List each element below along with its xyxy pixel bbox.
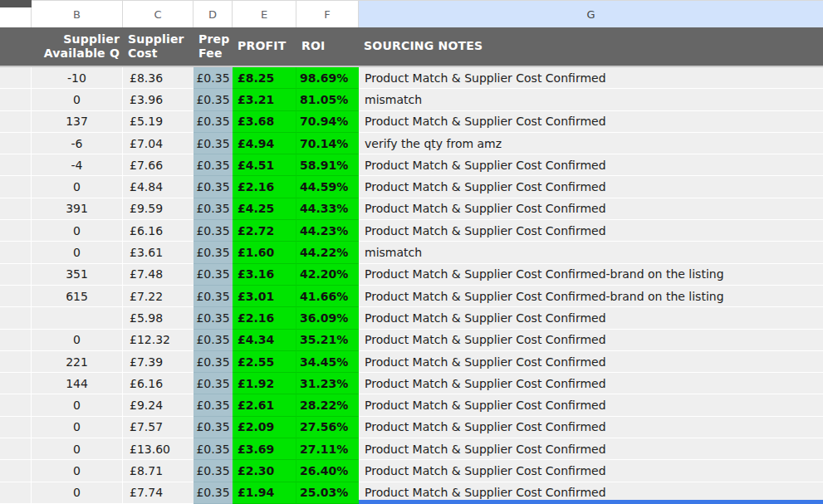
cell-profit[interactable]: £3.21 <box>233 89 296 110</box>
cell-prep-fee[interactable]: £0.35 <box>194 220 233 242</box>
cell-roi[interactable]: 35.21% <box>296 330 359 351</box>
header-cell-sourcing-notes[interactable]: SOURCING NOTES <box>359 27 823 66</box>
cell-roi[interactable]: 44.33% <box>296 198 359 220</box>
cell-prep-fee[interactable]: £0.35 <box>194 111 233 133</box>
cell-supplier-cost[interactable]: £8.71 <box>123 460 194 482</box>
cell-empty[interactable] <box>0 176 32 198</box>
cell-roi[interactable]: 36.09% <box>296 307 359 329</box>
cell-sourcing-note[interactable]: verify the qty from amz <box>359 133 823 154</box>
cell-supplier-available-q[interactable]: 0 <box>32 176 123 198</box>
cell-supplier-cost[interactable]: £8.36 <box>123 67 194 89</box>
cell-supplier-available-q[interactable]: 615 <box>32 286 123 307</box>
cell-empty[interactable] <box>0 307 32 329</box>
cell-supplier-available-q[interactable]: 144 <box>32 373 123 394</box>
cell-empty[interactable] <box>0 351 32 373</box>
cell-roi[interactable]: 42.20% <box>296 264 359 286</box>
column-header-f[interactable]: F <box>296 1 359 27</box>
cell-empty[interactable] <box>0 460 32 482</box>
cell-roi[interactable]: 70.14% <box>296 133 359 154</box>
cell-supplier-cost[interactable]: £7.48 <box>123 264 194 286</box>
cell-profit[interactable]: £2.72 <box>233 220 296 242</box>
cell-profit[interactable]: £2.16 <box>233 307 296 329</box>
cell-supplier-cost[interactable]: £7.39 <box>123 351 194 373</box>
cell-sourcing-note[interactable]: Product Match & Supplier Cost Confirmed <box>359 220 823 242</box>
cell-empty[interactable] <box>0 89 32 110</box>
cell-empty[interactable] <box>0 220 32 242</box>
cell-supplier-cost[interactable]: £5.19 <box>123 111 194 133</box>
cell-supplier-available-q[interactable]: 0 <box>32 417 123 438</box>
cell-supplier-available-q[interactable]: 0 <box>32 438 123 460</box>
cell-sourcing-note[interactable]: Product Match & Supplier Cost Confirmed <box>359 176 823 198</box>
cell-supplier-cost[interactable]: £6.16 <box>123 373 194 394</box>
cell-empty[interactable] <box>0 242 32 263</box>
header-cell-empty[interactable] <box>0 27 32 66</box>
cell-profit[interactable]: £4.25 <box>233 198 296 220</box>
cell-supplier-cost[interactable]: £7.04 <box>123 133 194 154</box>
cell-profit[interactable]: £2.55 <box>233 351 296 373</box>
cell-profit[interactable]: £2.30 <box>233 460 296 482</box>
cell-empty[interactable] <box>0 264 32 286</box>
cell-sourcing-note[interactable]: mismatch <box>359 242 823 263</box>
cell-roi[interactable]: 81.05% <box>296 89 359 110</box>
cell-sourcing-note[interactable]: Product Match & Supplier Cost Confirmed <box>359 330 823 351</box>
cell-supplier-available-q[interactable]: 0 <box>32 394 123 416</box>
cell-roi[interactable]: 27.56% <box>296 417 359 438</box>
cell-prep-fee[interactable]: £0.35 <box>194 176 233 198</box>
cell-sourcing-note[interactable]: Product Match & Supplier Cost Confirmed <box>359 307 823 329</box>
cell-profit[interactable]: £2.16 <box>233 176 296 198</box>
cell-sourcing-note[interactable]: mismatch <box>359 89 823 110</box>
cell-profit[interactable]: £1.92 <box>233 373 296 394</box>
cell-profit[interactable]: £1.60 <box>233 242 296 263</box>
cell-sourcing-note[interactable]: Product Match & Supplier Cost Confirmed <box>359 394 823 416</box>
cell-supplier-available-q[interactable]: -4 <box>32 154 123 176</box>
cell-roi[interactable]: 98.69% <box>296 67 359 89</box>
cell-supplier-available-q[interactable]: 0 <box>32 460 123 482</box>
cell-sourcing-note[interactable]: Product Match & Supplier Cost Confirmed <box>359 460 823 482</box>
cell-supplier-cost[interactable]: £13.60 <box>123 438 194 460</box>
cell-prep-fee[interactable]: £0.35 <box>194 373 233 394</box>
cell-supplier-available-q[interactable]: 221 <box>32 351 123 373</box>
cell-sourcing-note[interactable]: Product Match & Supplier Cost Confirmed <box>359 67 823 89</box>
header-cell-profit[interactable]: PROFIT <box>233 27 296 66</box>
cell-prep-fee[interactable]: £0.35 <box>194 67 233 89</box>
cell-roi[interactable]: 25.03% <box>296 482 359 504</box>
cell-empty[interactable] <box>0 417 32 438</box>
cell-sourcing-note[interactable]: Product Match & Supplier Cost Confirmed <box>359 111 823 133</box>
cell-empty[interactable] <box>0 198 32 220</box>
column-header-e[interactable]: E <box>233 1 296 27</box>
cell-supplier-available-q[interactable]: 0 <box>32 89 123 110</box>
cell-roi[interactable]: 44.23% <box>296 220 359 242</box>
cell-supplier-available-q[interactable]: 0 <box>32 242 123 263</box>
cell-roi[interactable]: 28.22% <box>296 394 359 416</box>
header-cell-roi[interactable]: ROI <box>296 27 359 66</box>
cell-empty[interactable] <box>0 438 32 460</box>
cell-supplier-cost[interactable]: £6.16 <box>123 220 194 242</box>
cell-prep-fee[interactable]: £0.35 <box>194 417 233 438</box>
cell-roi[interactable]: 58.91% <box>296 154 359 176</box>
cell-roi[interactable]: 31.23% <box>296 373 359 394</box>
header-cell-supplier-available-q[interactable]: Supplier Available Q <box>32 27 123 66</box>
cell-profit[interactable]: £4.94 <box>233 133 296 154</box>
cell-profit[interactable]: £8.25 <box>233 67 296 89</box>
cell-sourcing-note[interactable]: Product Match & Supplier Cost Confirmed-… <box>359 264 823 286</box>
cell-sourcing-note[interactable]: Product Match & Supplier Cost Confirmed <box>359 154 823 176</box>
cell-prep-fee[interactable]: £0.35 <box>194 89 233 110</box>
cell-supplier-cost[interactable]: £9.59 <box>123 198 194 220</box>
cell-profit[interactable]: £4.34 <box>233 330 296 351</box>
cell-prep-fee[interactable]: £0.35 <box>194 307 233 329</box>
cell-profit[interactable]: £3.69 <box>233 438 296 460</box>
cell-supplier-available-q[interactable]: -10 <box>32 67 123 89</box>
cell-supplier-cost[interactable]: £4.84 <box>123 176 194 198</box>
cell-supplier-available-q[interactable]: 0 <box>32 482 123 504</box>
cell-supplier-cost[interactable]: £7.57 <box>123 417 194 438</box>
cell-empty[interactable] <box>0 330 32 351</box>
cell-profit[interactable]: £3.16 <box>233 264 296 286</box>
cell-supplier-available-q[interactable]: 351 <box>32 264 123 286</box>
cell-roi[interactable]: 34.45% <box>296 351 359 373</box>
cell-supplier-cost[interactable]: £7.22 <box>123 286 194 307</box>
cell-supplier-available-q[interactable]: -6 <box>32 133 123 154</box>
header-cell-prep-fee[interactable]: Prep Fee <box>194 27 233 66</box>
cell-supplier-available-q[interactable] <box>32 307 123 329</box>
cell-supplier-cost[interactable]: £7.74 <box>123 482 194 504</box>
column-header-d[interactable]: D <box>194 1 233 27</box>
